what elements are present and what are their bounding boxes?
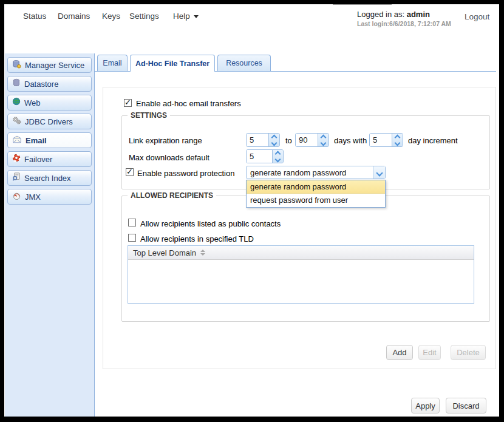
sidebar-item-datastore[interactable]: Datastore (7, 76, 92, 92)
last-login-text: Last login:6/6/2018, 7:12:07 AM (357, 20, 451, 27)
specified-tld-checkbox[interactable] (128, 234, 136, 242)
spinner-down-icon[interactable] (395, 140, 401, 146)
spinner-up-icon[interactable] (321, 134, 327, 140)
email-envelope-icon (12, 135, 22, 146)
add-button[interactable]: Add (386, 345, 413, 360)
nav-item-status[interactable]: Status (23, 12, 46, 21)
nav-item-domains[interactable]: Domains (58, 12, 90, 21)
spinner-up-icon[interactable] (271, 134, 278, 140)
datastore-icon (12, 78, 21, 89)
spinner-down-icon[interactable] (321, 140, 327, 146)
spinner-up-down-buttons[interactable] (318, 134, 329, 146)
nav-item-settings[interactable]: Settings (129, 12, 159, 21)
sidebar-item-label: JMX (25, 192, 41, 202)
spinner-up-icon[interactable] (395, 134, 401, 140)
logged-in-user: admin (407, 10, 430, 19)
apply-button[interactable]: Apply (411, 398, 440, 413)
password-mode-dropdown-list: generate random password request passwor… (246, 180, 386, 208)
max-downloads-spinner[interactable] (246, 149, 284, 163)
max-downloads-input[interactable] (247, 150, 272, 163)
logout-link[interactable]: Logout (465, 12, 489, 21)
allowed-recipients-legend: ALLOWED RECIPIENTS (128, 191, 216, 200)
sidebar-item-label: Failover (24, 155, 52, 164)
link-expiration-min-input[interactable] (247, 134, 268, 146)
nav-item-help[interactable]: Help (173, 12, 199, 21)
link-expiration-min-spinner[interactable] (246, 133, 280, 147)
sidebar-item-jdbc-drivers[interactable]: JDBC Drivers (7, 114, 92, 129)
spinner-down-icon[interactable] (271, 140, 278, 146)
tab-adhoc-file-transfer[interactable]: Ad-Hoc File Transfer (130, 55, 215, 72)
nav-item-keys[interactable]: Keys (102, 12, 120, 21)
sidebar: Manager Service Datastore Web JDBC Drive… (5, 53, 95, 417)
max-downloads-label: Max downloads default (129, 153, 209, 162)
password-mode-selected-value: generate random password (247, 166, 373, 179)
dropdown-option-request-from-user[interactable]: request password from user (247, 194, 385, 207)
spinner-up-icon[interactable] (275, 151, 281, 157)
sidebar-item-label: Manager Service (25, 61, 84, 70)
web-globe-icon (12, 97, 21, 108)
public-contacts-label: Allow recipients listed as public contac… (140, 219, 281, 228)
failover-lifering-icon (12, 154, 21, 165)
tab-resources[interactable]: Resources (217, 55, 271, 71)
tld-table-header[interactable]: Top Level Domain (128, 246, 474, 260)
link-expiration-increment-input[interactable] (370, 134, 392, 146)
tld-table-body[interactable] (128, 260, 474, 303)
discard-button[interactable]: Discard (446, 398, 486, 413)
to-label: to (285, 136, 292, 145)
link-expiration-label: Link expiration range (129, 136, 202, 145)
spinner-up-down-buttons[interactable] (268, 134, 279, 146)
spinner-up-down-buttons[interactable] (392, 134, 403, 146)
sidebar-item-failover[interactable]: Failover (7, 151, 92, 167)
sidebar-item-jmx[interactable]: JMX (7, 189, 92, 205)
search-index-icon (12, 172, 21, 183)
sidebar-item-web[interactable]: Web (7, 95, 92, 111)
public-contacts-checkbox[interactable] (128, 219, 136, 226)
logged-in-status: Logged in as: admin (357, 10, 430, 19)
sidebar-item-email[interactable]: Email (7, 132, 92, 148)
password-protection-label: Enable password protection (137, 169, 234, 178)
settings-legend: SETTINGS (128, 111, 170, 120)
application-window: Status Domains Keys Settings Help Logged… (4, 4, 499, 417)
sidebar-item-manager-service[interactable]: Manager Service (7, 57, 92, 73)
link-expiration-max-input[interactable] (296, 134, 318, 146)
sidebar-item-search-index[interactable]: Search Index (7, 170, 92, 186)
spinner-down-icon[interactable] (275, 156, 281, 162)
tld-table: Top Level Domain (128, 245, 474, 304)
delete-button[interactable]: Delete (451, 345, 486, 360)
password-mode-combobox[interactable]: generate random password (246, 166, 386, 179)
manager-service-icon (12, 60, 21, 71)
tld-column-header-label: Top Level Domain (133, 248, 196, 257)
tab-email[interactable]: Email (97, 55, 128, 71)
help-caret-icon (194, 15, 199, 18)
sidebar-item-label: Datastore (24, 80, 58, 89)
sidebar-item-label: Web (24, 98, 41, 107)
enable-adhoc-label: Enable ad-hoc email transfers (136, 99, 241, 108)
link-expiration-max-spinner[interactable] (295, 133, 329, 147)
combo-dropdown-button[interactable] (373, 166, 385, 179)
enable-adhoc-checkbox[interactable] (124, 99, 132, 107)
link-expiration-increment-spinner[interactable] (369, 133, 403, 147)
sidebar-item-label: JDBC Drivers (25, 117, 73, 126)
days-with-label: days with (334, 136, 367, 145)
dropdown-option-generate-random[interactable]: generate random password (247, 180, 385, 194)
top-divider (333, 4, 392, 5)
edit-button[interactable]: Edit (418, 345, 441, 360)
specified-tld-label: Allow recipients in specified TLD (140, 234, 254, 243)
jmx-gauge-icon (12, 191, 21, 202)
jdbc-gears-icon (12, 116, 21, 128)
sidebar-item-label: Search Index (24, 174, 71, 183)
sidebar-item-label: Email (26, 136, 47, 145)
day-increment-label: day increment (408, 136, 458, 145)
chevron-down-icon (376, 169, 383, 176)
spinner-up-down-buttons[interactable] (272, 150, 283, 163)
password-protection-checkbox[interactable] (126, 168, 134, 176)
sort-icon[interactable] (200, 250, 205, 256)
